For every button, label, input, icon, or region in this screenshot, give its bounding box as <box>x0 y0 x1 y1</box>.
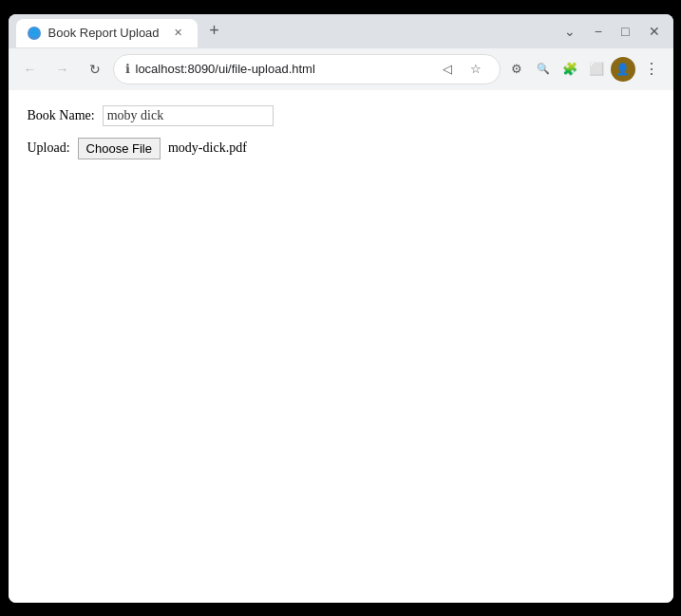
window-close-button[interactable]: ✕ <box>643 22 666 41</box>
address-text: localhost:8090/ui/file-upload.html <box>136 62 429 76</box>
forward-icon: → <box>56 62 69 77</box>
book-name-label: Book Name: <box>28 108 95 123</box>
tab-title: Book Report Upload <box>48 26 160 40</box>
title-bar: 🌐 Book Report Upload ✕ + ⌄ − □ ✕ <box>9 14 673 48</box>
choose-file-button[interactable]: Choose File <box>78 138 161 159</box>
menu-button[interactable]: ⋮ <box>637 55 666 84</box>
nav-bar: ← → ↻ ℹ localhost:8090/ui/file-upload.ht… <box>9 48 673 90</box>
address-info-icon: ℹ <box>125 62 130 76</box>
back-icon: ← <box>24 62 37 77</box>
window-minimize-button[interactable]: − <box>589 22 608 41</box>
upload-label: Upload: <box>28 140 70 156</box>
profile-avatar[interactable]: 👤 <box>611 57 635 82</box>
refresh-icon: ↻ <box>89 62 101 77</box>
tab-close-button[interactable]: ✕ <box>171 26 186 41</box>
window-maximize-button[interactable]: □ <box>615 22 634 41</box>
address-bar[interactable]: ℹ localhost:8090/ui/file-upload.html ◁ ☆ <box>113 54 501 84</box>
new-tab-button[interactable]: + <box>201 18 228 45</box>
window-more-button[interactable]: ⌄ <box>558 22 581 41</box>
book-name-input[interactable] <box>103 105 274 126</box>
browser-window: 🌐 Book Report Upload ✕ + ⌄ − □ ✕ ← → ↻ ℹ… <box>9 14 673 603</box>
upload-row: Upload: Choose File mody-dick.pdf <box>28 138 654 159</box>
browser-tab[interactable]: 🌐 Book Report Upload ✕ <box>16 19 198 47</box>
tab-favicon: 🌐 <box>28 27 41 40</box>
file-name-display: mody-dick.pdf <box>168 140 247 156</box>
puzzle-icon[interactable]: 🧩 <box>558 57 582 82</box>
file-input-wrapper: Choose File mody-dick.pdf <box>78 138 247 159</box>
address-right-icons: ◁ ☆ <box>435 57 488 82</box>
forward-button[interactable]: → <box>48 55 77 84</box>
page-content: Book Name: Upload: Choose File mody-dick… <box>9 90 673 603</box>
nav-right-icons: ⚙ 🔍 🧩 ⬜ 👤 ⋮ <box>504 55 666 84</box>
refresh-button[interactable]: ↻ <box>81 55 109 84</box>
book-name-row: Book Name: <box>28 105 654 126</box>
extensions-settings-icon[interactable]: ⚙ <box>504 57 529 82</box>
tab-strip-icon[interactable]: ⬜ <box>584 57 609 82</box>
zoom-icon[interactable]: 🔍 <box>531 57 556 82</box>
share-icon[interactable]: ◁ <box>435 57 460 82</box>
bookmark-icon[interactable]: ☆ <box>463 57 488 82</box>
back-button[interactable]: ← <box>16 55 45 84</box>
title-bar-controls: ⌄ − □ ✕ <box>558 22 666 41</box>
